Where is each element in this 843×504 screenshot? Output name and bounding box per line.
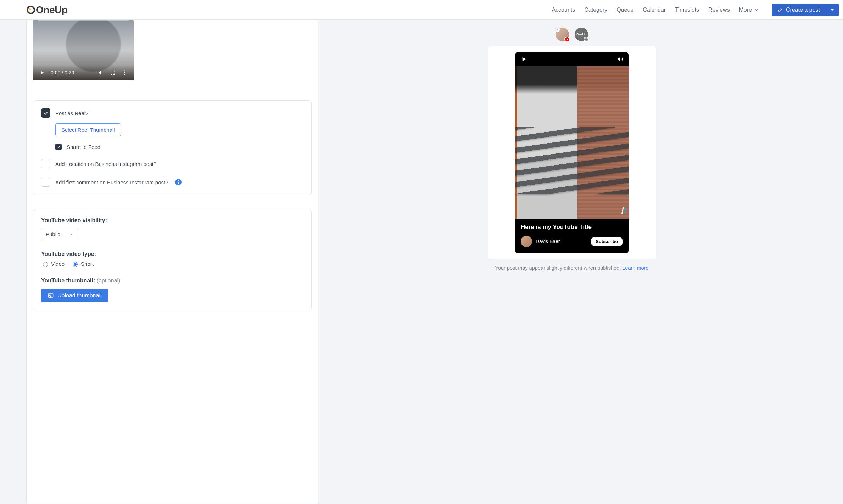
post-as-reel-label: Post as Reel? (55, 110, 88, 116)
create-post-button[interactable]: Create a post (772, 4, 826, 16)
svg-point-1 (124, 72, 125, 73)
preview-video-title: Here is my YouTube Title (521, 224, 623, 231)
page-body: 0:00 / 0:20 Post as Reel? Select Reel Th… (0, 20, 843, 504)
phone-top-bar (515, 52, 629, 66)
add-location-row: Add Location on Business Instagram post? (41, 159, 303, 168)
visibility-value: Public (46, 231, 60, 237)
fullscreen-icon[interactable] (110, 69, 116, 76)
visibility-select[interactable]: Public (41, 228, 78, 240)
type-video-label: Video (51, 261, 65, 267)
video-player[interactable]: 0:00 / 0:20 (33, 20, 134, 80)
topbar: OneUp Accounts Category Queue Calendar T… (0, 0, 843, 20)
account-oneup-label: OneUp (576, 33, 586, 36)
add-first-comment-checkbox[interactable] (41, 178, 50, 187)
thumbnail-label: YouTube thumbnail: (41, 278, 95, 284)
compose-icon (777, 7, 783, 13)
nav-timeslots[interactable]: Timeslots (675, 7, 699, 13)
help-icon[interactable]: ? (175, 179, 182, 185)
kebab-icon[interactable] (122, 69, 128, 76)
phone-video-frame: /\ (515, 66, 629, 219)
player-controls: 0:00 / 0:20 (33, 65, 134, 80)
svg-point-2 (124, 74, 125, 75)
caret-down-icon (830, 7, 835, 13)
thumbnail-title: YouTube thumbnail: (optional) (41, 278, 303, 284)
player-time: 0:00 / 0:20 (51, 70, 74, 75)
nav-more[interactable]: More (739, 7, 759, 13)
phone-preview: /\ Here is my YouTube Title Davis Baer S… (515, 52, 629, 253)
nav-category[interactable]: Category (584, 7, 607, 13)
preview-card: /\ Here is my YouTube Title Davis Baer S… (488, 46, 656, 259)
check-icon (57, 145, 61, 149)
share-to-feed-label: Share to Feed (67, 144, 100, 150)
create-post-dropdown[interactable] (826, 4, 839, 16)
visibility-title: YouTube video visibility: (41, 217, 303, 224)
add-location-checkbox[interactable] (41, 159, 50, 168)
account-selected-icon (555, 27, 560, 32)
volume-icon[interactable] (97, 69, 104, 76)
caret-down-icon (69, 232, 73, 236)
type-title: YouTube video type: (41, 251, 303, 257)
accounts-strip: OneUp (327, 20, 817, 46)
preview-disclaimer: Your post may appear slightly different … (327, 265, 817, 271)
disclaimer-text: Your post may appear slightly different … (495, 265, 623, 271)
account-youtube[interactable] (556, 28, 569, 41)
nav-accounts[interactable]: Accounts (552, 7, 575, 13)
type-short-radio[interactable] (73, 262, 78, 267)
nav-calendar[interactable]: Calendar (643, 7, 666, 13)
type-short-option[interactable]: Short (71, 261, 94, 267)
type-video-radio[interactable] (43, 262, 48, 267)
instagram-options-card: Post as Reel? Select Reel Thumbnail Shar… (33, 100, 312, 195)
watermark-icon: /\ (621, 206, 626, 217)
youtube-badge-icon (564, 37, 570, 42)
subscribe-button[interactable]: Subscribe (591, 237, 623, 246)
nav-queue[interactable]: Queue (616, 7, 633, 13)
volume-icon[interactable] (616, 56, 624, 63)
instagram-badge-icon (584, 37, 589, 42)
create-post-button-group: Create a post (772, 4, 839, 16)
video-type-radios: Video Short (41, 261, 303, 267)
brand-text: OneUp (36, 4, 67, 16)
add-first-comment-row: Add first comment on Business Instagram … (41, 178, 303, 187)
chevron-down-icon (754, 7, 759, 12)
phone-meta: Here is my YouTube Title Davis Baer Subs… (515, 219, 629, 253)
add-location-label: Add Location on Business Instagram post? (55, 161, 156, 167)
nav-more-label: More (739, 7, 752, 13)
nav-reviews[interactable]: Reviews (708, 7, 730, 13)
create-post-label: Create a post (786, 7, 820, 13)
type-short-label: Short (81, 261, 94, 267)
main-nav: Accounts Category Queue Calendar Timeslo… (552, 4, 839, 16)
image-icon (48, 292, 54, 299)
preview-panel: OneUp /\ Here is my YouTube Title Davis … (327, 20, 843, 504)
author-name: Davis Baer (536, 239, 560, 244)
check-icon (43, 111, 49, 116)
play-icon[interactable] (520, 56, 527, 63)
select-reel-thumbnail-button[interactable]: Select Reel Thumbnail (55, 123, 121, 136)
thumbnail-optional: (optional) (95, 278, 120, 284)
author-row: Davis Baer Subscribe (521, 236, 623, 247)
add-first-comment-label: Add first comment on Business Instagram … (55, 179, 168, 185)
account-instagram[interactable]: OneUp (575, 28, 588, 41)
author-avatar (521, 236, 532, 247)
type-video-option[interactable]: Video (41, 261, 65, 267)
play-icon[interactable] (39, 69, 45, 76)
compose-panel: 0:00 / 0:20 Post as Reel? Select Reel Th… (26, 20, 318, 504)
upload-thumbnail-button[interactable]: Upload thumbnail (41, 289, 108, 302)
youtube-options-card: YouTube video visibility: Public YouTube… (33, 209, 312, 310)
brand-logo: OneUp (27, 4, 67, 16)
post-as-reel-row: Post as Reel? (41, 108, 303, 118)
svg-point-0 (124, 70, 125, 71)
learn-more-link[interactable]: Learn more (622, 265, 648, 271)
post-as-reel-checkbox[interactable] (41, 108, 50, 118)
progress-bar[interactable] (38, 20, 129, 21)
logo-o-icon (27, 6, 35, 14)
upload-thumbnail-label: Upload thumbnail (57, 292, 102, 299)
share-to-feed-checkbox[interactable] (55, 144, 62, 150)
